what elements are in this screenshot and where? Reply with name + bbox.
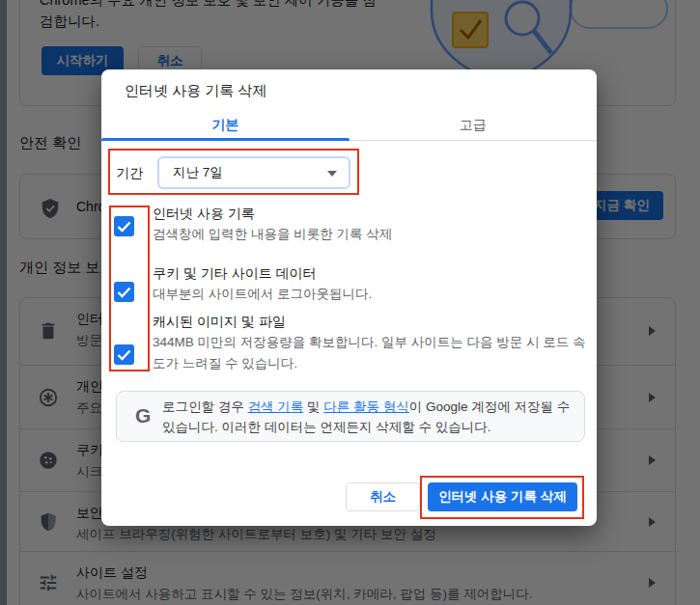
other-activity-link[interactable]: 다른 활동 형식 xyxy=(323,399,409,414)
tab-basic[interactable]: 기본 xyxy=(101,108,350,140)
checkbox-title: 쿠키 및 기타 사이트 데이터 xyxy=(153,265,317,283)
search-history-link[interactable]: 검색 기록 xyxy=(248,399,304,414)
note-prefix: 로그인할 경우 xyxy=(162,399,248,414)
checkbox-title: 인터넷 사용 기록 xyxy=(153,206,255,223)
note-text: 로그인할 경우 검색 기록 및 다른 활동 형식이 Google 계정에 저장될… xyxy=(162,397,575,437)
dialog-cancel-button[interactable]: 취소 xyxy=(346,482,420,511)
annotation-box-time-range xyxy=(108,149,359,195)
checkbox-subtitle: 344MB 미만의 저장용량을 확보합니다. 일부 사이트는 다음 방문 시 로… xyxy=(153,332,587,374)
google-signin-note: G 로그인할 경우 검색 기록 및 다른 활동 형식이 Google 계정에 저… xyxy=(116,391,585,442)
annotation-box-checkboxes xyxy=(109,206,150,371)
checkbox-title: 캐시된 이미지 및 파일 xyxy=(153,314,286,331)
checkbox-subtitle: 검색창에 입력한 내용을 비롯한 기록 삭제 xyxy=(153,224,587,245)
active-tab-underline xyxy=(101,138,350,141)
checkbox-subtitle: 대부분의 사이트에서 로그아웃됩니다. xyxy=(153,284,587,305)
dialog-tabs: 기본 고급 xyxy=(101,108,597,141)
tab-advanced[interactable]: 고급 xyxy=(350,108,598,140)
clear-browsing-data-dialog: 인터넷 사용 기록 삭제 기본 고급 기간 지난 7일 인터넷 사용 기록 검색… xyxy=(101,69,597,526)
google-g-logo: G xyxy=(135,404,151,427)
note-middle: 및 xyxy=(303,399,323,414)
annotation-box-confirm-button xyxy=(420,476,584,519)
dialog-title: 인터넷 사용 기록 삭제 xyxy=(125,82,267,100)
screen: Chrome의 주요 개인 정보 보호 및 보안 제어 기능을 점검합니다. 시… xyxy=(0,0,700,605)
